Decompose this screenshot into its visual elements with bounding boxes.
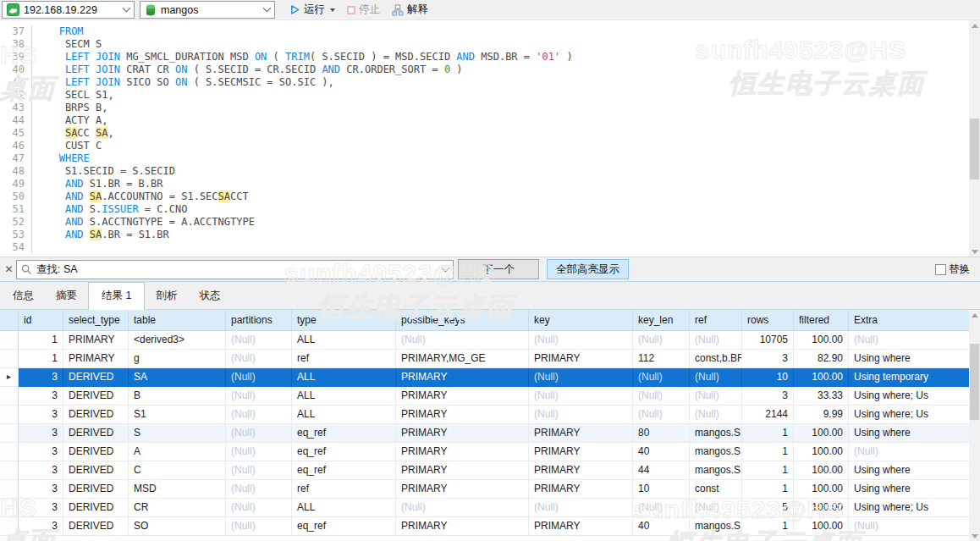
code-line[interactable]: 46 CUST C: [0, 140, 980, 152]
cell[interactable]: (Null): [690, 368, 742, 387]
tab-5[interactable]: 状态: [188, 284, 231, 309]
cell[interactable]: (Null): [529, 368, 633, 387]
column-header-rows[interactable]: rows: [742, 310, 794, 330]
cell[interactable]: (Null): [529, 406, 633, 424]
scroll-down-icon[interactable]: [969, 530, 980, 541]
cell[interactable]: PRIMARY: [529, 517, 633, 536]
cell[interactable]: MSD: [129, 480, 226, 499]
cell[interactable]: 40: [633, 443, 690, 461]
connection-select[interactable]: 192.168.19.229: [2, 1, 135, 19]
cell[interactable]: (Null): [633, 406, 690, 424]
cell[interactable]: (Null): [849, 331, 980, 350]
code-line[interactable]: 53 AND SA.BR = S1.BR: [0, 229, 980, 241]
cell[interactable]: Using where: [849, 424, 980, 443]
cell[interactable]: 3: [19, 387, 63, 406]
replace-toggle[interactable]: 替换: [935, 262, 970, 277]
editor-scrollbar[interactable]: [969, 20, 980, 257]
cell[interactable]: eq_ref: [292, 424, 396, 443]
find-input[interactable]: 查找: SA: [16, 260, 454, 279]
code-line[interactable]: 48 S1.SECID = S.SECID: [0, 165, 980, 178]
cell[interactable]: B: [129, 387, 226, 406]
cell[interactable]: Using where; Us: [849, 499, 980, 517]
cell[interactable]: (Null): [226, 461, 292, 480]
cell[interactable]: DERIVED: [63, 387, 129, 406]
cell[interactable]: 100.00: [794, 480, 849, 499]
code-line[interactable]: 39 LEFT JOIN MG_SMCL_DURATION MSD ON ( T…: [0, 51, 980, 63]
cell[interactable]: ALL: [292, 406, 396, 424]
cell[interactable]: 80: [633, 424, 690, 443]
code-line[interactable]: 42 SECL S1,: [0, 89, 980, 102]
cell[interactable]: eq_ref: [292, 461, 396, 480]
cell[interactable]: (Null): [633, 368, 690, 387]
code-line[interactable]: 37 FROM: [0, 25, 980, 38]
row-marker[interactable]: [0, 424, 19, 443]
cell[interactable]: 3: [19, 499, 63, 517]
column-header-id[interactable]: id: [19, 310, 63, 330]
cell[interactable]: 33.33: [794, 387, 849, 406]
cell[interactable]: (Null): [690, 331, 742, 350]
explain-button[interactable]: 解释: [386, 1, 434, 19]
cell[interactable]: PRIMARY: [63, 331, 129, 350]
cell[interactable]: mangos.S.: [690, 443, 742, 461]
column-header-possible_keys[interactable]: possible_keys: [396, 310, 529, 330]
cell[interactable]: PRIMARY: [396, 387, 529, 406]
cell[interactable]: mangos.S.: [690, 517, 742, 536]
column-header-Extra[interactable]: Extra: [849, 310, 980, 330]
chevron-down-icon[interactable]: [442, 264, 450, 273]
run-options-chevron-icon[interactable]: [330, 8, 335, 14]
cell[interactable]: PRIMARY: [396, 480, 529, 499]
cell[interactable]: 1: [19, 350, 63, 368]
scroll-up-icon[interactable]: [969, 20, 980, 31]
cell[interactable]: const,b.BR: [690, 350, 742, 368]
column-header-key[interactable]: key: [529, 310, 633, 330]
row-marker[interactable]: [0, 350, 19, 368]
code-line[interactable]: 51 AND S.ISSUER = C.CNO: [0, 203, 980, 216]
table-row[interactable]: 1PRIMARYg(Null)refPRIMARY,MG_GEPRIMARY11…: [0, 350, 980, 368]
cell[interactable]: (Null): [690, 387, 742, 406]
cell[interactable]: 3: [19, 406, 63, 424]
table-row[interactable]: 3DERIVEDB(Null)ALLPRIMARY(Null)(Null)(Nu…: [0, 387, 980, 406]
cell[interactable]: ALL: [292, 368, 396, 387]
cell[interactable]: 1: [742, 480, 794, 499]
cell[interactable]: 112: [633, 350, 690, 368]
cell[interactable]: 3: [742, 350, 794, 368]
code-line[interactable]: 49 AND S1.BR = B.BR: [0, 178, 980, 190]
database-select[interactable]: mangos: [140, 1, 275, 19]
cell[interactable]: 5: [742, 499, 794, 517]
cell[interactable]: PRIMARY: [396, 443, 529, 461]
cell[interactable]: S1: [129, 406, 226, 424]
cell[interactable]: <derived3>: [129, 331, 226, 350]
code-line[interactable]: 50 AND SA.ACCOUNTNO = S1.SECSACCT: [0, 190, 980, 203]
cell[interactable]: ALL: [292, 499, 396, 517]
cell[interactable]: PRIMARY: [396, 424, 529, 443]
row-marker[interactable]: [0, 461, 19, 480]
cell[interactable]: 100.00: [794, 368, 849, 387]
cell[interactable]: (Null): [633, 331, 690, 350]
cell[interactable]: 10: [633, 480, 690, 499]
cell[interactable]: 3: [19, 424, 63, 443]
cell[interactable]: (Null): [849, 443, 980, 461]
code-line[interactable]: 52 AND S.ACCTNGTYPE = A.ACCTNGTYPE: [0, 216, 980, 229]
cell[interactable]: Using where: [849, 350, 980, 368]
cell[interactable]: (Null): [633, 387, 690, 406]
table-row[interactable]: 3DERIVEDSO(Null)eq_refPRIMARYPRIMARY40ma…: [0, 517, 980, 536]
cell[interactable]: Using temporary: [849, 368, 980, 387]
cell[interactable]: eq_ref: [292, 443, 396, 461]
table-row[interactable]: 3DERIVEDS1(Null)ALLPRIMARY(Null)(Null)(N…: [0, 406, 980, 424]
cell[interactable]: 1: [742, 461, 794, 480]
table-row[interactable]: 3DERIVEDMSD(Null)refPRIMARYPRIMARY10cons…: [0, 480, 980, 499]
grid-scrollbar-thumb[interactable]: [970, 344, 979, 420]
cell[interactable]: PRIMARY: [529, 350, 633, 368]
row-marker[interactable]: [0, 443, 19, 461]
cell[interactable]: (Null): [633, 499, 690, 517]
cell[interactable]: ref: [292, 350, 396, 368]
cell[interactable]: DERIVED: [63, 368, 129, 387]
cell[interactable]: PRIMARY: [396, 461, 529, 480]
cell[interactable]: (Null): [226, 499, 292, 517]
cell[interactable]: PRIMARY: [396, 517, 529, 536]
cell[interactable]: (Null): [690, 406, 742, 424]
cell[interactable]: Using where; Us: [849, 406, 980, 424]
cell[interactable]: (Null): [529, 499, 633, 517]
cell[interactable]: Using where: [849, 480, 980, 499]
row-marker[interactable]: [0, 499, 19, 517]
